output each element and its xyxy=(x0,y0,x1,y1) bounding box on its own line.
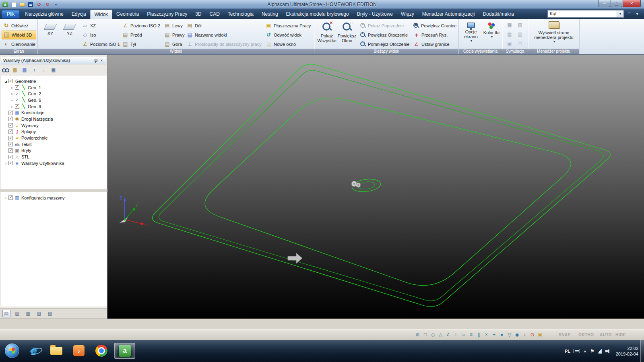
taskbar-internet-explorer[interactable]: e xyxy=(23,343,44,359)
angle-combo-value[interactable]: Kąt xyxy=(548,10,617,17)
chevron-down-icon[interactable]: ▼ xyxy=(617,10,623,17)
taskbar-alphacam[interactable]: a xyxy=(114,343,135,359)
snap-triangle-icon[interactable]: ▽ xyxy=(506,331,513,339)
snap-intersection-icon[interactable]: × xyxy=(483,331,490,339)
expand-arrow[interactable] xyxy=(10,105,15,109)
clock[interactable]: 22:02 2019-02-04 xyxy=(616,346,638,357)
action-center-flag-icon[interactable]: ⚑ xyxy=(590,348,594,354)
tab-geometria[interactable]: Geometria xyxy=(112,10,143,19)
invert-view-button[interactable]: Odwróć widok xyxy=(264,31,303,39)
new-window-button[interactable]: Nowe okno xyxy=(264,40,297,49)
expand-arrow[interactable] xyxy=(3,79,8,83)
panel-tab[interactable]: ▧ xyxy=(35,310,43,317)
pin-icon[interactable] xyxy=(93,58,98,63)
snap-down-icon[interactable]: ↓ xyxy=(521,331,528,339)
new-button[interactable] xyxy=(10,1,17,8)
project-manager-page-button[interactable]: Wyświetl stronę menedżera projektu ▾ xyxy=(530,21,577,48)
tree-item-tekst[interactable]: Tekst xyxy=(3,141,107,148)
checkbox[interactable] xyxy=(15,85,19,90)
view-bottom-button[interactable]: Dół xyxy=(185,21,203,30)
taskbar-media-app[interactable]: ♪ xyxy=(68,343,89,359)
tab-menadzer-automatyzacji[interactable]: Menadżer Automatyzacji xyxy=(418,10,479,19)
panel-tab[interactable]: ▨ xyxy=(46,310,54,317)
view-yz-button[interactable]: YZ xyxy=(60,21,79,48)
checkbox[interactable] xyxy=(8,155,13,159)
close-icon[interactable]: × xyxy=(99,58,104,63)
move-down-icon[interactable] xyxy=(40,67,47,73)
close-button[interactable]: ✕ xyxy=(623,0,641,7)
keyboard-icon[interactable] xyxy=(574,349,580,353)
snap-center-icon[interactable]: ◇ xyxy=(429,331,437,339)
snap-angle-icon[interactable]: ∠ xyxy=(444,331,452,339)
open-button[interactable] xyxy=(19,1,26,8)
tree-item-wymiary[interactable]: Wymiary xyxy=(3,122,107,129)
tab-edycja[interactable]: Edycja xyxy=(68,10,90,19)
checkbox[interactable] xyxy=(8,148,13,153)
simulation-tool-icon[interactable]: ▤ xyxy=(506,31,514,38)
tab-cad[interactable]: CAD xyxy=(206,10,224,19)
hide-toggle[interactable]: HIDE xyxy=(615,333,626,337)
work-plane-button[interactable]: Płaszczyzna Pracy xyxy=(264,21,312,30)
simulation-tool-icon[interactable]: ▣ xyxy=(506,40,514,47)
tree-item-geo-9[interactable]: Geo. 9 xyxy=(10,103,107,110)
snap-toggle[interactable]: SNAP xyxy=(559,333,571,337)
tree-item-konfiguracja-maszyny[interactable]: Konfiguracja maszyny xyxy=(3,195,107,201)
minimize-button[interactable]: ─ xyxy=(599,0,610,7)
snap-circle-icon[interactable]: ○ xyxy=(460,331,467,339)
tree-item-drogi-narzedzia[interactable]: Drogi Narzędzia xyxy=(3,116,107,122)
snap-midpoint-icon[interactable]: □ xyxy=(421,331,429,339)
tab-widok[interactable]: Widok xyxy=(90,10,112,19)
snap-perpendicular-icon[interactable]: ⊥ xyxy=(452,331,460,339)
app-menu-button[interactable]: a xyxy=(2,1,9,8)
tab-wiezy[interactable]: Więzy xyxy=(397,10,418,19)
tray-expand-icon[interactable]: ▲ xyxy=(583,349,587,353)
set-borders-button[interactable]: Ustaw granice xyxy=(412,40,451,49)
tab-plaszczyzny-pracy[interactable]: Płaszczyzny Pracy xyxy=(143,10,191,19)
new-layer-icon[interactable] xyxy=(11,67,19,73)
simulation-tool-icon[interactable]: □ xyxy=(516,40,524,47)
pocket-outline[interactable] xyxy=(205,98,571,285)
view-top-button[interactable]: Góra xyxy=(163,40,183,49)
expand-arrow[interactable] xyxy=(10,98,15,102)
snap-cross-icon[interactable]: + xyxy=(490,331,498,339)
checkbox[interactable] xyxy=(8,161,13,165)
checkbox[interactable] xyxy=(8,195,13,200)
refresh-button[interactable]: Odśwież xyxy=(2,21,36,30)
panel-splitter[interactable] xyxy=(0,189,107,192)
expand-arrow[interactable] xyxy=(3,161,8,165)
snap-marker-icon[interactable]: ⊙ xyxy=(528,331,536,339)
checkbox[interactable] xyxy=(8,117,13,121)
named-views-button[interactable]: Nazwane widoki xyxy=(185,31,228,39)
simulation-tool-icon[interactable]: ▧ xyxy=(516,21,524,29)
simulation-tool-icon[interactable]: ▦ xyxy=(506,21,514,29)
pan-drawing-button[interactable]: Przesuń Rys. xyxy=(412,31,449,39)
tree-item-stl[interactable]: STL xyxy=(3,154,107,160)
taskbar-chrome[interactable] xyxy=(91,343,112,359)
start-button[interactable] xyxy=(5,343,19,358)
snap-grid-icon[interactable]: ▣ xyxy=(536,331,544,339)
volume-icon[interactable] xyxy=(605,349,611,354)
tab-technologia[interactable]: Technologia xyxy=(224,10,258,19)
maximize-button[interactable]: ▢ xyxy=(611,0,622,7)
quick-access-dropdown[interactable]: ▾ xyxy=(52,1,60,8)
tab-dodatki-makra[interactable]: Dodatki/makra xyxy=(479,10,518,19)
tree-item-warstwy-uzytkownika[interactable]: Warstwy Użytkownika xyxy=(3,160,107,167)
move-up-icon[interactable] xyxy=(31,67,38,73)
view-xy-button[interactable]: XY xyxy=(41,21,60,48)
tree-item-geometrie[interactable]: Geometrie xyxy=(3,78,107,84)
checkbox[interactable] xyxy=(8,136,13,140)
checkbox[interactable] xyxy=(15,92,19,96)
view-poziomo-iso2-button[interactable]: Poziomo ISO 2 xyxy=(121,21,161,30)
checkbox[interactable] xyxy=(8,111,13,115)
views-3d-button[interactable]: Widoki 3D xyxy=(2,31,36,39)
checkbox[interactable] xyxy=(15,98,19,102)
save-button[interactable] xyxy=(27,1,34,8)
snap-endpoint-icon[interactable]: ⊕ xyxy=(414,331,421,339)
zoom-all-button[interactable]: ✕ Pokaż Wszystko xyxy=(318,21,336,48)
drawing-canvas[interactable]: Z Y xyxy=(107,55,644,319)
tab-ekstrakcja[interactable]: Ekstrakcja modelu bryłowego xyxy=(282,10,353,19)
tab-bryly-uzytkowe[interactable]: Bryły - Użytkowe xyxy=(353,10,397,19)
snap-quadrant-icon[interactable]: ◆ xyxy=(513,331,521,339)
angle-combo[interactable]: Kąt ▼ xyxy=(547,10,624,18)
snap-lines-icon[interactable]: ∥ xyxy=(475,331,483,339)
